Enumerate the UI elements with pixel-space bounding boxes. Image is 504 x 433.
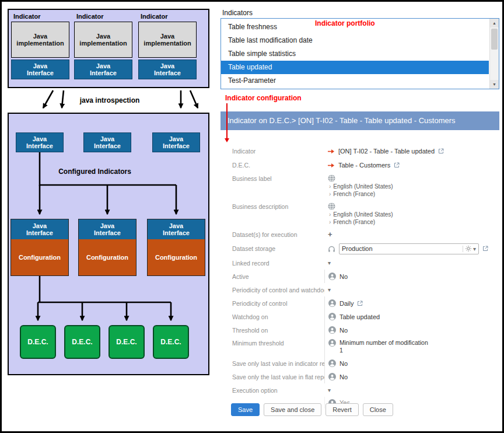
chevron-down-icon[interactable]: ▾ <box>328 260 331 266</box>
java-interface-box: Java Interface <box>138 60 197 79</box>
field-save-last-flat-reporting: Save only the last value in flat reporti… <box>220 370 499 383</box>
configuration-box: Configuration <box>11 239 68 275</box>
java-introspection-label: java introspection <box>63 96 156 104</box>
external-link-icon[interactable] <box>357 301 363 306</box>
java-interface-text: Java Interface <box>159 222 193 236</box>
field-dec: D.E.C. Table - Customers <box>220 158 499 172</box>
dataset-storage-value: Production <box>342 245 463 252</box>
chevron-down-icon[interactable]: ▾ <box>328 287 331 293</box>
add-dataset-button[interactable]: + <box>328 232 332 238</box>
minimum-threshold-description: Minimum number of modification <box>340 339 428 346</box>
field-label: Threshold on <box>232 327 324 334</box>
java-interface-box: Java Interface <box>152 132 200 152</box>
gear-icon[interactable] <box>466 246 471 252</box>
annotation-indicator-portfolio: Indicator portfolio <box>315 19 375 27</box>
dec-box-1: D.E.C. <box>20 325 56 359</box>
screenshot-root: Indicator Java implementation Java Inter… <box>0 0 504 433</box>
java-implementation-text: Java implementation <box>76 33 130 47</box>
watchdog-on-value: Table updated <box>340 313 380 320</box>
globe-icon <box>328 202 335 210</box>
form-button-bar: Save Save and close Revert Close <box>231 403 393 416</box>
save-last-flat-value: No <box>340 373 348 380</box>
configured-indicator-box-2: Java Interface Configuration <box>78 219 136 276</box>
chevron-down-icon[interactable]: ▾ <box>328 387 331 393</box>
language-row[interactable]: ›French (France) <box>328 191 375 197</box>
indicators-listbox[interactable]: Table freshness Table last modification … <box>220 18 499 89</box>
person-icon <box>328 373 336 380</box>
java-implementation-box: Java implementation <box>11 22 69 58</box>
chevron-down-icon[interactable]: ▾ <box>473 246 476 252</box>
language-row[interactable]: ›English (United States) <box>328 183 393 190</box>
scroll-down-icon[interactable]: ▼ <box>490 80 499 89</box>
language-label: English (United States) <box>333 183 393 190</box>
external-link-icon[interactable] <box>438 148 444 154</box>
field-label: Execution option <box>232 387 324 394</box>
java-interface-box: Java Interface <box>79 219 136 239</box>
scrollbar-thumb[interactable] <box>491 29 498 50</box>
field-label: Save only the last value in flat reporti… <box>232 373 324 380</box>
expand-icon[interactable]: › <box>329 183 331 190</box>
person-icon <box>328 313 336 320</box>
indicator-label: Indicator <box>11 13 69 22</box>
field-periodicity-of-control: Periodicity of control Daily <box>220 296 499 310</box>
listbox-scrollbar[interactable]: ▲ ▼ <box>489 19 499 89</box>
external-link-icon[interactable] <box>482 246 488 252</box>
expand-icon[interactable]: › <box>329 219 331 225</box>
person-icon <box>328 299 336 307</box>
java-interface-text: Java Interface <box>90 222 124 236</box>
save-button[interactable]: Save <box>231 403 260 416</box>
field-dataset-storage: Dataset storage Production ▾ <box>220 241 499 256</box>
active-value: No <box>340 273 348 280</box>
group-periodicity: Periodicity of control and watchdog ▾ <box>220 283 499 296</box>
language-label: English (United States) <box>333 211 393 218</box>
field-indicator: Indicator [ON] T-I02 - Table - Table upd… <box>220 144 499 158</box>
dec-box-2: D.E.C. <box>64 325 100 359</box>
field-business-description: Business description ›English (United St… <box>220 200 499 228</box>
expand-icon[interactable]: › <box>329 211 331 218</box>
dataset-storage-select[interactable]: Production ▾ <box>339 243 479 254</box>
java-interface-box: Java Interface <box>74 60 132 79</box>
person-icon <box>328 326 336 334</box>
dec-value-link[interactable]: Table - Customers <box>338 162 390 169</box>
revert-button[interactable]: Revert <box>326 403 358 416</box>
list-item-test-parameter[interactable]: Test-Parameter <box>221 74 489 88</box>
java-interface-text: Java Interface <box>150 62 184 76</box>
globe-icon <box>328 174 335 182</box>
annotation-arrow <box>226 103 228 138</box>
indicator-group-2: Indicator Java implementation Java Inter… <box>74 13 132 79</box>
expand-icon[interactable]: › <box>329 191 331 197</box>
field-label: Indicator <box>232 148 324 155</box>
java-interface-text: Java Interface <box>86 62 120 76</box>
close-button[interactable]: Close <box>363 403 393 416</box>
indicator-form: Indicator [ON] T-I02 - Table - Table upd… <box>220 130 499 408</box>
list-item-table-last-modification-date[interactable]: Table last modification date <box>221 34 489 47</box>
configuration-box: Configuration <box>79 239 136 275</box>
field-label: Periodicity of control and watchdog <box>232 287 324 294</box>
list-item-table-updated-selected[interactable]: Table updated <box>221 61 489 74</box>
language-label: French (France) <box>333 191 375 197</box>
field-datasets-execution: Dataset(s) for execution + <box>220 228 499 241</box>
java-interface-box: Java Interface <box>16 132 64 152</box>
language-label: French (France) <box>333 219 375 225</box>
scroll-up-icon[interactable]: ▲ <box>490 19 499 27</box>
java-interface-text: Java Interface <box>90 135 124 149</box>
indicator-implementations-panel: Indicator Java implementation Java Inter… <box>8 9 209 88</box>
language-row[interactable]: ›English (United States) <box>328 211 393 218</box>
language-row[interactable]: ›French (France) <box>328 219 375 225</box>
list-item-table-simple-statistics[interactable]: Table simple statistics <box>221 47 489 61</box>
java-implementation-text: Java implementation <box>13 33 67 47</box>
java-interface-box: Java Interface <box>11 219 68 239</box>
field-label: Save only last value in indicator report… <box>232 360 324 367</box>
headset-icon <box>328 245 335 253</box>
external-link-icon[interactable] <box>394 162 400 168</box>
indicator-value-link[interactable]: [ON] T-I02 - Table - Table updated <box>338 148 435 155</box>
person-icon <box>328 359 336 367</box>
group-linked-record: Linked record ▾ <box>220 256 499 270</box>
java-implementation-box: Java implementation <box>74 22 132 58</box>
periodicity-value-link[interactable]: Daily <box>340 300 354 307</box>
java-interface-text: Java Interface <box>23 135 57 149</box>
java-interface-text: Java Interface <box>23 222 57 236</box>
java-interface-box: Java Interface <box>83 132 131 152</box>
indicator-label: Indicator <box>138 13 197 22</box>
save-and-close-button[interactable]: Save and close <box>264 403 321 416</box>
